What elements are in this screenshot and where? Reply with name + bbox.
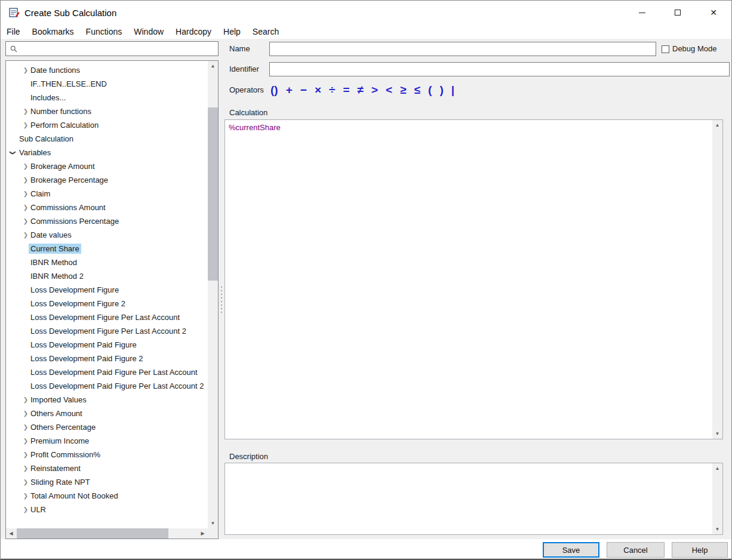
minimize-button[interactable]	[624, 1, 660, 24]
chevron-right-icon[interactable]: ❯	[22, 396, 29, 404]
chevron-right-icon[interactable]: ❯	[22, 163, 29, 170]
scroll-right-button[interactable]: ▶	[198, 528, 208, 539]
tree-item-ibnr-method-2[interactable]: IBNR Method 2	[6, 269, 208, 283]
identifier-input[interactable]	[269, 62, 730, 76]
calculation-editor[interactable]: %currentShare ▲ ▼	[224, 119, 723, 439]
tree-item-reinstatement[interactable]: ❯Reinstatement	[6, 461, 208, 475]
tree-item-profit-commission[interactable]: ❯Profit Commission%	[6, 448, 208, 461]
tree-item-current-share[interactable]: Current Share	[6, 242, 208, 256]
tree-item-loss-development-figure-per-last-account-2[interactable]: Loss Development Figure Per Last Account…	[6, 324, 208, 338]
vertical-scrollbar-thumb[interactable]	[208, 107, 218, 281]
chevron-right-icon[interactable]: ❯	[22, 465, 29, 472]
menu-item-help[interactable]: Help	[217, 24, 247, 39]
operator-open-paren[interactable]: (	[428, 84, 432, 96]
chevron-right-icon[interactable]: ❯	[22, 204, 29, 211]
horizontal-scrollbar-thumb[interactable]	[17, 528, 168, 539]
tree-item-variables[interactable]: ❯Variables	[6, 146, 208, 159]
chevron-right-icon[interactable]: ❯	[22, 451, 29, 459]
tree-item-total-amount-not-booked[interactable]: ❯Total Amount Not Booked	[6, 489, 208, 503]
name-input[interactable]	[269, 42, 656, 56]
operator-minus[interactable]: −	[300, 84, 307, 96]
scroll-left-button[interactable]: ◀	[6, 528, 16, 539]
tree-item-date-functions[interactable]: ❯Date functions	[6, 63, 208, 77]
description-editor[interactable]: ▲ ▼	[224, 463, 723, 535]
tree-item-ulr[interactable]: ❯ULR	[6, 503, 208, 516]
chevron-right-icon[interactable]: ❯	[22, 67, 29, 74]
scroll-up-button[interactable]: ▲	[712, 120, 722, 130]
tree-item-loss-development-paid-figure-per-last-account-2[interactable]: Loss Development Paid Figure Per Last Ac…	[6, 379, 208, 393]
tree-item-brokerage-percentage[interactable]: ❯Brokerage Percentage	[6, 173, 208, 187]
menu-item-search[interactable]: Search	[247, 24, 285, 39]
tree-item-loss-development-figure-2[interactable]: Loss Development Figure 2	[6, 297, 208, 310]
chevron-right-icon[interactable]: ❯	[22, 218, 29, 225]
tree-item-claim[interactable]: ❯Claim	[6, 187, 208, 201]
chevron-right-icon[interactable]: ❯	[22, 108, 29, 115]
description-scrollbar[interactable]: ▲ ▼	[712, 463, 722, 534]
chevron-right-icon[interactable]: ❯	[22, 232, 29, 239]
tree-item-loss-development-paid-figure-2[interactable]: Loss Development Paid Figure 2	[6, 352, 208, 365]
calculation-text[interactable]: %currentShare	[229, 123, 281, 132]
scroll-down-button[interactable]: ▼	[712, 429, 722, 439]
search-input[interactable]	[20, 42, 218, 55]
tree-item-date-values[interactable]: ❯Date values	[6, 228, 208, 242]
chevron-right-icon[interactable]: ❯	[22, 438, 29, 445]
menu-item-window[interactable]: Window	[128, 24, 170, 39]
tree-item-loss-development-figure-per-last-account[interactable]: Loss Development Figure Per Last Account	[6, 310, 208, 324]
chevron-right-icon[interactable]: ❯	[22, 177, 29, 184]
tree-item-loss-development-figure[interactable]: Loss Development Figure	[6, 283, 208, 297]
tree-item-sub-calculation[interactable]: Sub Calculation	[6, 132, 208, 146]
menu-item-file[interactable]: File	[1, 24, 26, 39]
tree-item-perform-calculation[interactable]: ❯Perform Calculation	[6, 118, 208, 132]
tree-item-premium-income[interactable]: ❯Premium Income	[6, 434, 208, 448]
chevron-right-icon[interactable]: ❯	[22, 410, 29, 417]
chevron-right-icon[interactable]: ❯	[22, 122, 29, 129]
operator-not-equals[interactable]: ≠	[358, 84, 364, 96]
tree-item-ibnr-method[interactable]: IBNR Method	[6, 256, 208, 269]
tree-item-loss-development-paid-figure-per-last-account[interactable]: Loss Development Paid Figure Per Last Ac…	[6, 365, 208, 379]
save-button[interactable]: Save	[543, 542, 599, 558]
tree-item-brokerage-amount[interactable]: ❯Brokerage Amount	[6, 159, 208, 173]
tree-item-commissions-amount[interactable]: ❯Commissions Amount	[6, 201, 208, 214]
chevron-right-icon[interactable]: ❯	[22, 190, 29, 198]
operator-paren-pair[interactable]: ()	[270, 84, 278, 96]
operator-divide[interactable]: ÷	[329, 84, 335, 96]
tree-horizontal-scrollbar[interactable]: ◀ ▶	[6, 528, 208, 539]
operator-plus[interactable]: +	[286, 84, 293, 96]
tree-vertical-scrollbar[interactable]: ▲ ▼	[208, 61, 218, 528]
debug-mode-checkbox[interactable]	[662, 45, 669, 53]
tree-item-sliding-rate-npt[interactable]: ❯Sliding Rate NPT	[6, 475, 208, 489]
operator-less-than[interactable]: <	[386, 84, 392, 96]
chevron-right-icon[interactable]: ❯	[22, 493, 29, 500]
chevron-right-icon[interactable]: ❯	[22, 424, 29, 431]
operator-less-or-equal[interactable]: ≤	[414, 84, 420, 96]
scroll-down-button[interactable]: ▼	[712, 524, 722, 534]
operator-pipe[interactable]: |	[451, 84, 454, 96]
scroll-up-button[interactable]: ▲	[712, 463, 722, 473]
scroll-up-button[interactable]: ▲	[208, 61, 218, 71]
operator-close-paren[interactable]: )	[439, 84, 443, 96]
chevron-right-icon[interactable]: ❯	[22, 506, 29, 513]
tree-item-others-percentage[interactable]: ❯Others Percentage	[6, 420, 208, 434]
chevron-right-icon[interactable]: ❯	[22, 479, 29, 486]
scroll-down-button[interactable]: ▼	[208, 518, 218, 528]
operator-equals[interactable]: =	[343, 84, 349, 96]
tree-item-others-amount[interactable]: ❯Others Amount	[6, 407, 208, 420]
tree-item-if-then-else-end[interactable]: IF..THEN..ELSE..END	[6, 77, 208, 91]
tree-item-number-functions[interactable]: ❯Number functions	[6, 104, 208, 118]
help-button[interactable]: Help	[672, 542, 728, 558]
tree-item-loss-development-paid-figure[interactable]: Loss Development Paid Figure	[6, 338, 208, 352]
tree-item-includes[interactable]: Includes...	[6, 91, 208, 104]
maximize-button[interactable]	[660, 1, 696, 24]
operator-greater-than[interactable]: >	[371, 84, 378, 96]
chevron-down-icon[interactable]: ❯	[9, 149, 16, 156]
menu-item-bookmarks[interactable]: Bookmarks	[26, 24, 80, 39]
operator-greater-or-equal[interactable]: ≥	[400, 84, 406, 96]
operator-multiply[interactable]: ×	[315, 84, 321, 96]
titlebar[interactable]: Create Sub Calculation ✕	[1, 1, 731, 24]
calculation-scrollbar[interactable]: ▲ ▼	[712, 120, 722, 439]
menu-item-functions[interactable]: Functions	[80, 24, 128, 39]
tree-item-imported-values[interactable]: ❯Imported Values	[6, 393, 208, 407]
close-button[interactable]: ✕	[696, 1, 731, 24]
tree-item-commissions-percentage[interactable]: ❯Commissions Percentage	[6, 214, 208, 228]
panel-splitter[interactable]	[219, 60, 224, 539]
